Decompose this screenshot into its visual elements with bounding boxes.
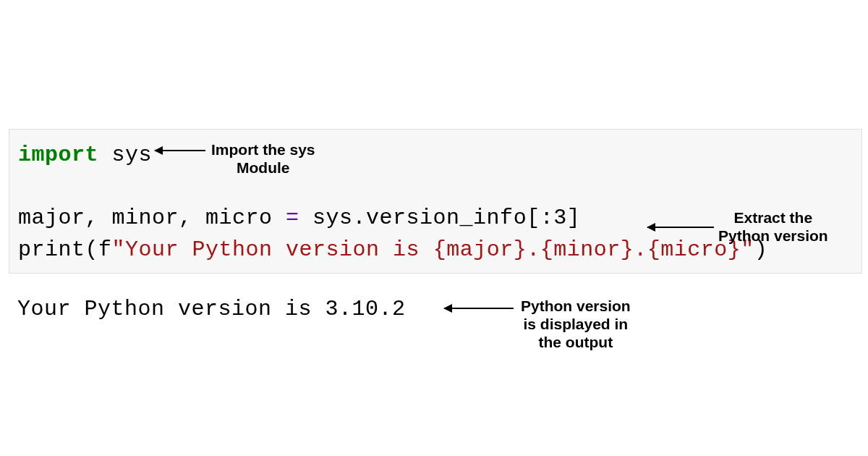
annotation-extract: Extract the Python version bbox=[718, 208, 828, 245]
output-text: Your Python version is 3.10.2 bbox=[17, 297, 406, 321]
annotation-text: Python version bbox=[521, 297, 631, 314]
annotation-text: is displayed in bbox=[523, 316, 628, 332]
annotation-text: Import the sys bbox=[211, 141, 315, 158]
string-interp: {major}.{minor}.{micro} bbox=[433, 237, 741, 262]
string-quote: " bbox=[112, 237, 126, 262]
code-text: sys.version_info[:3] bbox=[299, 206, 581, 230]
annotation-text: Extract the bbox=[734, 209, 813, 226]
annotation-text: Python version bbox=[718, 227, 828, 244]
annotation-import: Import the sys Module bbox=[211, 140, 315, 177]
arrow-icon bbox=[444, 308, 514, 309]
keyword-import: import bbox=[18, 143, 98, 167]
code-block: import sys major, minor, micro = sys.ver… bbox=[9, 129, 862, 274]
annotation-text: the output bbox=[539, 334, 613, 350]
code-text: print(f bbox=[18, 237, 112, 262]
arrow-icon bbox=[155, 150, 205, 151]
string-body: Your Python version is bbox=[125, 237, 433, 262]
operator-equals: = bbox=[286, 206, 299, 230]
annotation-text: Module bbox=[237, 159, 290, 176]
code-text: sys bbox=[98, 143, 152, 167]
arrow-icon bbox=[647, 227, 714, 228]
annotation-output: Python version is displayed in the outpu… bbox=[521, 297, 631, 352]
code-text: major, minor, micro bbox=[18, 206, 286, 230]
